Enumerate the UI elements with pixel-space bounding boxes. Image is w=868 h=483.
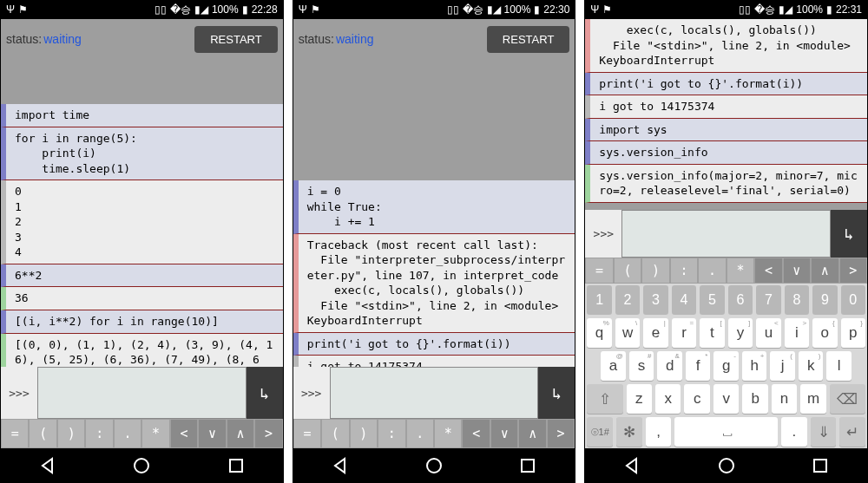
sym-key[interactable]: . bbox=[114, 419, 141, 448]
key-letter[interactable]: z bbox=[627, 384, 652, 414]
key-letter[interactable]: t[ bbox=[700, 318, 724, 348]
space-key[interactable]: ⎵ bbox=[674, 417, 778, 447]
key-letter[interactable]: o{ bbox=[812, 318, 837, 348]
sym-key[interactable]: = bbox=[293, 419, 321, 448]
sym-key[interactable]: * bbox=[141, 419, 169, 448]
sym-key[interactable]: : bbox=[670, 258, 698, 284]
key-letter[interactable]: i> bbox=[785, 318, 809, 348]
input-cell[interactable]: 6**2 bbox=[1, 264, 283, 288]
key-letter[interactable]: m bbox=[800, 384, 825, 414]
key-num[interactable]: 8 bbox=[785, 285, 809, 315]
repl-history[interactable]: i = 0 while True: i += 1 Traceback (most… bbox=[293, 59, 575, 367]
key-letter[interactable]: u< bbox=[756, 318, 780, 348]
up-icon[interactable]: ∧ bbox=[518, 419, 546, 448]
key-num[interactable]: 3 bbox=[643, 285, 667, 315]
key-num[interactable]: 5 bbox=[700, 285, 724, 315]
code-input[interactable] bbox=[621, 210, 831, 258]
down-icon[interactable]: ∨ bbox=[783, 258, 811, 284]
backspace-key[interactable]: ⌫ bbox=[830, 384, 865, 414]
down-icon[interactable]: ∨ bbox=[198, 419, 226, 448]
key-letter[interactable]: w\ bbox=[615, 318, 640, 348]
key-letter[interactable]: l bbox=[826, 351, 852, 381]
right-icon[interactable]: > bbox=[547, 419, 575, 448]
key-num[interactable]: 6 bbox=[728, 285, 753, 315]
sym-key[interactable]: . bbox=[698, 258, 726, 284]
key-letter[interactable]: a@ bbox=[601, 351, 626, 381]
sym-key[interactable]: ( bbox=[614, 258, 641, 284]
sym-key[interactable]: ( bbox=[29, 419, 56, 448]
home-button[interactable] bbox=[714, 454, 739, 478]
back-button[interactable] bbox=[328, 454, 352, 478]
sym-key[interactable]: * bbox=[727, 258, 754, 284]
key-num[interactable]: 9 bbox=[812, 285, 837, 315]
left-icon[interactable]: < bbox=[754, 258, 782, 284]
input-cell[interactable]: print('i got to {}'.format(i)) bbox=[585, 73, 867, 96]
key-letter[interactable]: h+ bbox=[742, 351, 767, 381]
sym-key[interactable]: : bbox=[85, 419, 113, 448]
left-icon[interactable]: < bbox=[462, 419, 490, 448]
home-button[interactable] bbox=[129, 454, 154, 478]
key-letter[interactable]: g- bbox=[713, 351, 739, 381]
period-key[interactable]: . bbox=[781, 417, 807, 447]
sym-key[interactable]: ) bbox=[57, 419, 85, 448]
right-icon[interactable]: > bbox=[839, 258, 867, 284]
back-button[interactable] bbox=[620, 454, 644, 478]
symbols-key[interactable]: ⦾1# bbox=[587, 417, 613, 447]
key-letter[interactable]: x bbox=[655, 384, 681, 414]
run-button[interactable]: ↳ bbox=[538, 367, 575, 419]
key-letter[interactable]: f* bbox=[686, 351, 711, 381]
sym-key[interactable]: ) bbox=[641, 258, 669, 284]
sym-key[interactable]: * bbox=[434, 419, 462, 448]
key-letter[interactable]: s# bbox=[629, 351, 654, 381]
left-icon[interactable]: < bbox=[170, 419, 198, 448]
run-button[interactable]: ↳ bbox=[831, 210, 867, 258]
repl-history[interactable]: import time for i in range(5): print(i) … bbox=[1, 59, 283, 367]
restart-button[interactable]: RESTART bbox=[194, 26, 277, 53]
key-letter[interactable]: j( bbox=[770, 351, 795, 381]
key-num[interactable]: 0 bbox=[841, 285, 865, 315]
back-button[interactable] bbox=[36, 454, 60, 478]
repl-history[interactable]: exec(c, locals(), globals()) File "<stdi… bbox=[585, 19, 867, 210]
hide-kbd-key[interactable]: ⇓ bbox=[811, 417, 837, 447]
key-letter[interactable]: q% bbox=[587, 318, 611, 348]
up-icon[interactable]: ∧ bbox=[227, 419, 254, 448]
input-cell[interactable]: [(i, i**2) for i in range(10)] bbox=[1, 310, 283, 334]
key-letter[interactable]: e| bbox=[643, 318, 667, 348]
key-letter[interactable]: p} bbox=[841, 318, 865, 348]
restart-button[interactable]: RESTART bbox=[487, 26, 569, 53]
settings-key[interactable]: ✻ bbox=[616, 417, 642, 447]
key-letter[interactable]: k) bbox=[799, 351, 824, 381]
home-button[interactable] bbox=[422, 454, 446, 478]
right-icon[interactable]: > bbox=[254, 419, 282, 448]
sym-key[interactable]: : bbox=[378, 419, 405, 448]
key-num[interactable]: 1 bbox=[587, 285, 611, 315]
up-icon[interactable]: ∧ bbox=[811, 258, 838, 284]
key-letter[interactable]: d& bbox=[657, 351, 682, 381]
comma-key[interactable]: , bbox=[646, 417, 672, 447]
input-cell[interactable]: sys.version_info bbox=[585, 141, 867, 165]
sym-key[interactable]: = bbox=[585, 258, 613, 284]
sym-key[interactable]: = bbox=[1, 419, 29, 448]
key-num[interactable]: 4 bbox=[672, 285, 696, 315]
code-input[interactable] bbox=[330, 367, 539, 419]
sym-key[interactable]: . bbox=[406, 419, 434, 448]
input-cell[interactable]: for i in range(5): print(i) time.sleep(1… bbox=[1, 127, 283, 181]
key-letter[interactable]: v bbox=[713, 384, 739, 414]
key-letter[interactable]: c bbox=[684, 384, 709, 414]
key-letter[interactable]: r= bbox=[672, 318, 696, 348]
recent-button[interactable] bbox=[808, 454, 832, 478]
key-letter[interactable]: b bbox=[742, 384, 767, 414]
key-letter[interactable]: n bbox=[772, 384, 797, 414]
input-cell[interactable]: import time bbox=[1, 104, 283, 127]
down-icon[interactable]: ∨ bbox=[490, 419, 518, 448]
input-cell[interactable]: import sys bbox=[585, 119, 867, 142]
enter-key[interactable]: ↵ bbox=[839, 417, 865, 447]
run-button[interactable]: ↳ bbox=[247, 367, 283, 419]
key-num[interactable]: 2 bbox=[615, 285, 640, 315]
recent-button[interactable] bbox=[224, 454, 248, 478]
recent-button[interactable] bbox=[516, 454, 540, 478]
input-cell[interactable]: i = 0 while True: i += 1 bbox=[293, 180, 575, 234]
key-letter[interactable]: y] bbox=[728, 318, 753, 348]
input-cell[interactable]: print('i got to {}'.format(i)) bbox=[293, 333, 575, 356]
shift-key[interactable]: ⇧ bbox=[587, 384, 622, 414]
